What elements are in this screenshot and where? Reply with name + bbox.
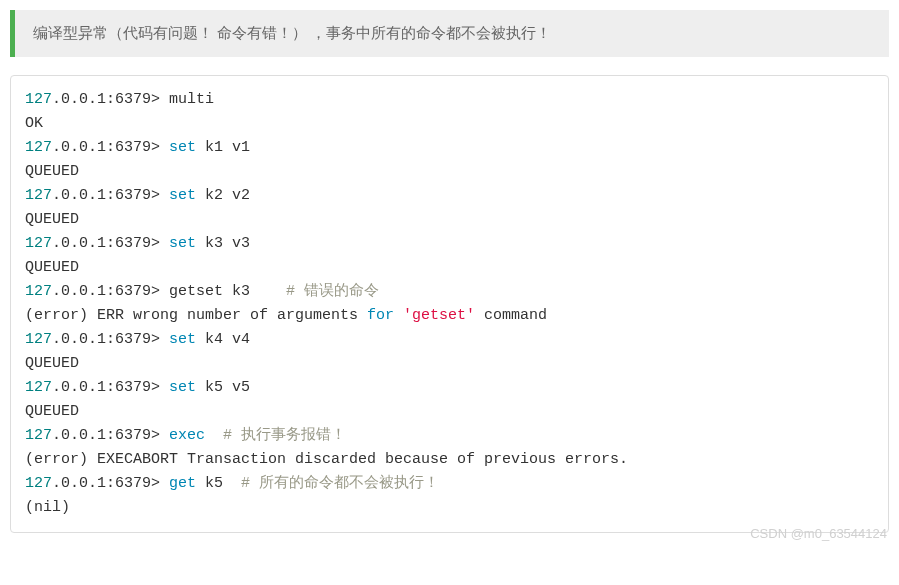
- code-line: QUEUED: [25, 208, 874, 232]
- code-token: 127: [25, 139, 52, 156]
- code-token: QUEUED: [25, 259, 79, 276]
- code-line: (error) EXECABORT Transaction discarded …: [25, 448, 874, 472]
- code-token: .0.0.1:6379>: [52, 139, 169, 156]
- code-line: OK: [25, 112, 874, 136]
- code-token: QUEUED: [25, 211, 79, 228]
- code-token: [205, 427, 223, 444]
- code-block: 127.0.0.1:6379> multiOK127.0.0.1:6379> s…: [10, 75, 889, 533]
- code-line: 127.0.0.1:6379> set k3 v3: [25, 232, 874, 256]
- code-token: .0.0.1:6379>: [52, 427, 169, 444]
- code-token: for: [367, 307, 394, 324]
- code-token: get: [169, 475, 196, 492]
- code-line: 127.0.0.1:6379> multi: [25, 88, 874, 112]
- code-line: 127.0.0.1:6379> set k4 v4: [25, 328, 874, 352]
- code-token: # 错误的命令: [286, 283, 379, 300]
- code-token: set: [169, 235, 196, 252]
- code-token: exec: [169, 427, 205, 444]
- code-token: 127: [25, 427, 52, 444]
- code-token: QUEUED: [25, 355, 79, 372]
- code-token: k4 v4: [196, 331, 250, 348]
- code-token: .0.0.1:6379>: [52, 475, 169, 492]
- code-token: k5 v5: [196, 379, 250, 396]
- code-token: .0.0.1:6379>: [52, 331, 169, 348]
- code-line: 127.0.0.1:6379> getset k3 # 错误的命令: [25, 280, 874, 304]
- code-token: 127: [25, 283, 52, 300]
- quote-block: 编译型异常（代码有问题！ 命令有错！） ，事务中所有的命令都不会被执行！: [10, 10, 889, 57]
- code-line: 127.0.0.1:6379> set k2 v2: [25, 184, 874, 208]
- code-token: .0.0.1:6379>: [52, 379, 169, 396]
- code-token: 127: [25, 379, 52, 396]
- code-token: (error) ERR wrong number of arguments: [25, 307, 367, 324]
- code-line: QUEUED: [25, 400, 874, 424]
- code-line: QUEUED: [25, 352, 874, 376]
- code-line: 127.0.0.1:6379> get k5 # 所有的命令都不会被执行！: [25, 472, 874, 496]
- code-token: .0.0.1:6379>: [52, 187, 169, 204]
- code-line: 127.0.0.1:6379> set k5 v5: [25, 376, 874, 400]
- code-token: set: [169, 187, 196, 204]
- code-token: 127: [25, 91, 52, 108]
- code-token: 127: [25, 331, 52, 348]
- code-line: (error) ERR wrong number of arguments fo…: [25, 304, 874, 328]
- code-token: OK: [25, 115, 43, 132]
- code-token: set: [169, 379, 196, 396]
- code-token: .0.0.1:6379> getset k3: [52, 283, 286, 300]
- code-line: QUEUED: [25, 256, 874, 280]
- code-token: k2 v2: [196, 187, 250, 204]
- code-token: QUEUED: [25, 163, 79, 180]
- code-token: # 执行事务报错！: [223, 427, 346, 444]
- code-token: .0.0.1:6379> multi: [52, 91, 214, 108]
- code-token: (error) EXECABORT Transaction discarded …: [25, 451, 628, 468]
- code-token: set: [169, 331, 196, 348]
- code-token: 127: [25, 187, 52, 204]
- code-line: 127.0.0.1:6379> set k1 v1: [25, 136, 874, 160]
- code-line: QUEUED: [25, 160, 874, 184]
- quote-text: 编译型异常（代码有问题！ 命令有错！） ，事务中所有的命令都不会被执行！: [33, 24, 551, 41]
- code-line: 127.0.0.1:6379> exec # 执行事务报错！: [25, 424, 874, 448]
- code-token: # 所有的命令都不会被执行！: [241, 475, 439, 492]
- code-token: .0.0.1:6379>: [52, 235, 169, 252]
- code-token: command: [475, 307, 547, 324]
- code-token: 127: [25, 475, 52, 492]
- code-token: (nil): [25, 499, 70, 516]
- code-token: k5: [196, 475, 241, 492]
- code-token: 127: [25, 235, 52, 252]
- code-token: k1 v1: [196, 139, 250, 156]
- code-token: set: [169, 139, 196, 156]
- code-token: k3 v3: [196, 235, 250, 252]
- code-token: [394, 307, 403, 324]
- code-token: 'getset': [403, 307, 475, 324]
- code-token: QUEUED: [25, 403, 79, 420]
- code-line: (nil): [25, 496, 874, 520]
